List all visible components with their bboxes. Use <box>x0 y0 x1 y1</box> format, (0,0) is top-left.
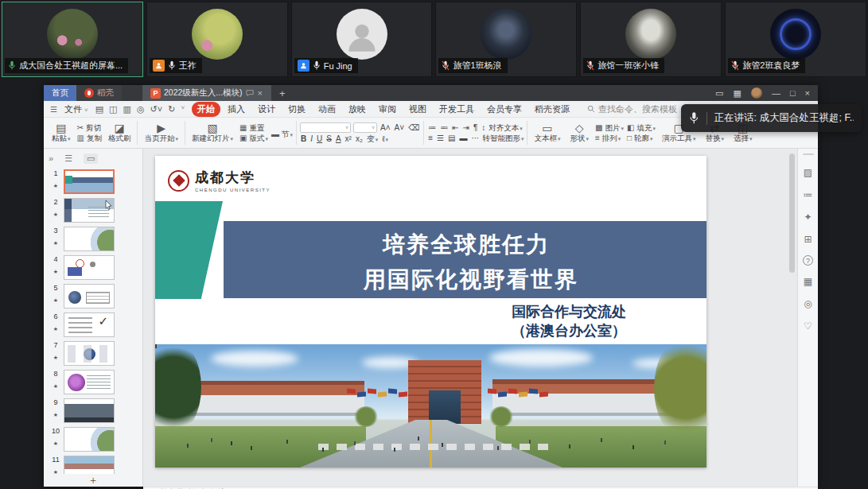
slide-thumbnail[interactable] <box>64 198 115 223</box>
outline-view-icon[interactable]: ☰ <box>64 153 72 164</box>
slide-list-item[interactable]: 1★ <box>50 169 142 194</box>
ribbon-glyph-button[interactable]: 变▾ <box>366 135 380 143</box>
ribbon-glyph-button[interactable]: I <box>309 135 313 143</box>
video-tile[interactable]: 成大国合处王祺超的屏幕... <box>2 2 143 77</box>
ribbon-glyph-button[interactable]: A˄ <box>380 124 391 132</box>
video-tile[interactable]: 王祚 <box>146 2 288 77</box>
account-avatar[interactable] <box>751 87 762 99</box>
ribbon-glyph-button[interactable]: x₂ <box>355 135 364 143</box>
ribbon-glyph-button[interactable]: ⇤ <box>451 124 459 132</box>
slide-thumbnail[interactable] <box>64 370 115 394</box>
menu-icon[interactable]: ☰ <box>50 105 57 114</box>
slide-list-item[interactable]: 10★ <box>50 427 142 452</box>
help-icon[interactable]: ? <box>803 255 813 266</box>
print-icon[interactable]: ▥ <box>123 104 131 114</box>
current-slide[interactable]: 成都大学 CHENGDU UNIVERSITY 培养全球胜任力 用国际化视野看世… <box>155 156 706 468</box>
ribbon-combobox[interactable]: ˅ <box>353 122 377 133</box>
command-search[interactable]: 查找命令、搜索模板 <box>587 103 677 115</box>
slide-thumbnail[interactable] <box>64 341 115 366</box>
ribbon-tab-开始[interactable]: 开始 <box>192 102 220 117</box>
ribbon-glyph-button[interactable]: ☰ <box>436 134 445 142</box>
tab-document[interactable]: P 2022级新生入...模块) -0919 × <box>142 85 271 101</box>
ribbon-glyph-button[interactable]: ≔ <box>427 124 437 132</box>
ribbon-button-转智能图形[interactable]: 转智能图形▾ <box>482 134 524 142</box>
ribbon-glyph-button[interactable]: B <box>300 135 307 143</box>
ribbon-button-节[interactable]: ▬节▾ <box>271 130 293 138</box>
ribbon-glyph-button[interactable]: ≕ <box>439 124 449 132</box>
ribbon-tab-设计[interactable]: 设计 <box>252 102 281 117</box>
ribbon-glyph-button[interactable]: A˅ <box>394 124 406 132</box>
ribbon-glyph-button[interactable]: ▬ <box>458 134 468 142</box>
slide-thumbnail[interactable] <box>64 284 115 309</box>
ribbon-tab-放映[interactable]: 放映 <box>343 102 372 117</box>
ribbon-tab-会员专享[interactable]: 会员专享 <box>481 102 527 117</box>
add-slide-button[interactable]: ＋ <box>88 473 99 487</box>
image-icon[interactable]: ▦ <box>802 275 815 288</box>
ribbon-tab-审阅[interactable]: 审阅 <box>373 102 402 117</box>
video-tile[interactable]: 旅管1班杨浪 <box>435 2 577 77</box>
undo-icon[interactable]: ↺˅ <box>150 104 163 114</box>
layout-mode-icon[interactable]: ▭ <box>715 88 723 99</box>
slide-thumbnail[interactable] <box>64 456 115 474</box>
slide-thumbnail[interactable] <box>64 227 115 251</box>
ribbon-glyph-button[interactable]: ≡ <box>427 134 434 142</box>
ribbon-button-剪切[interactable]: ✂剪切 <box>77 124 102 132</box>
close-button[interactable]: × <box>805 88 810 98</box>
tab-docer[interactable]: 稻壳 <box>76 85 122 101</box>
customize-toolbar-icon[interactable]: ˅ <box>181 104 185 114</box>
comment-bubble-icon[interactable] <box>246 89 254 97</box>
location-icon[interactable]: ◎ <box>802 297 815 310</box>
ribbon-button-排列[interactable]: ≡排列▾ <box>595 134 624 142</box>
video-tile[interactable]: 旅馆一班张小锋 <box>580 2 722 77</box>
restore-button[interactable]: □ <box>790 88 796 98</box>
ribbon-button-填充[interactable]: ◧填充▾ <box>627 124 656 132</box>
ribbon-glyph-button[interactable]: ↕ <box>481 124 486 132</box>
slide-list-item[interactable]: 5★ <box>50 284 142 309</box>
slide-list-item[interactable]: 7★ <box>50 341 142 366</box>
slide-list-item[interactable]: 9★ <box>50 398 142 423</box>
ribbon-tab-视图[interactable]: 视图 <box>403 102 432 117</box>
slide-list-item[interactable]: 11★ <box>50 456 142 474</box>
slide-list-item[interactable]: 2★ <box>50 198 142 223</box>
slide-list-item[interactable]: 6★ <box>50 312 142 337</box>
ribbon-glyph-button[interactable]: ⋯ <box>470 134 480 142</box>
slide-canvas[interactable]: 成都大学 CHENGDU UNIVERSITY 培养全球胜任力 用国际化视野看世… <box>143 149 797 487</box>
ribbon-glyph-button[interactable]: ⇥ <box>462 124 470 132</box>
ribbon-glyph-button[interactable]: ▤ <box>447 134 456 142</box>
sliders-icon[interactable]: ≔ <box>802 188 815 201</box>
slide-thumbnail[interactable] <box>64 427 115 452</box>
slide-list-item[interactable]: 3★ <box>50 227 142 251</box>
open-icon[interactable]: ▤ <box>95 104 103 114</box>
tab-home[interactable]: 首页 <box>44 85 76 101</box>
ribbon-tab-开发工具[interactable]: 开发工具 <box>434 102 480 117</box>
ribbon-glyph-button[interactable]: x² <box>344 135 352 143</box>
slide-thumbnail[interactable] <box>64 255 115 280</box>
thumbnail-view-icon[interactable]: ▭ <box>84 153 98 164</box>
vertical-scrollbar[interactable] <box>789 153 795 273</box>
slide-list-item[interactable]: 4★ <box>50 255 142 280</box>
ribbon-tab-插入[interactable]: 插入 <box>222 102 251 117</box>
slide-thumbnail[interactable] <box>64 169 115 194</box>
ribbon-glyph-button[interactable]: A <box>335 135 342 143</box>
preview-icon[interactable]: ◎ <box>137 104 145 114</box>
ribbon-button-版式[interactable]: ▣版式▾ <box>239 134 268 142</box>
ribbon-glyph-button[interactable]: ⌫ <box>407 124 420 132</box>
ribbon-button-轮廓[interactable]: □轮廓▾ <box>627 134 656 142</box>
ribbon-button-当页开始[interactable]: ▶当页开始▾ <box>141 122 181 143</box>
slide-thumbnail[interactable] <box>64 398 115 423</box>
redo-icon[interactable]: ↻ <box>168 104 175 114</box>
video-tile[interactable]: 旅管2班袁良梦 <box>725 2 866 77</box>
ribbon-button-新建幻灯片[interactable]: ▧新建幻灯片▾ <box>189 122 236 143</box>
ribbon-glyph-button[interactable]: U <box>316 135 323 143</box>
ribbon-button-对齐文本[interactable]: 对齐文本▾ <box>488 124 523 132</box>
slide-list-item[interactable]: 8★ <box>50 370 142 394</box>
ribbon-glyph-button[interactable]: ¶ <box>473 124 478 132</box>
slide-thumbnail[interactable] <box>64 312 115 337</box>
ribbon-button-文本框[interactable]: ▭文本框▾ <box>531 122 563 143</box>
ribbon-glyph-button[interactable]: S <box>325 135 333 143</box>
sticker-icon[interactable]: ▨ <box>802 166 815 179</box>
new-tab-button[interactable]: + <box>271 85 294 101</box>
ribbon-button-图片[interactable]: ▩图片▾ <box>595 124 624 132</box>
ribbon-button-格式刷[interactable]: ◪格式刷 <box>105 122 134 143</box>
sparkle-icon[interactable]: ✦ <box>802 211 815 223</box>
